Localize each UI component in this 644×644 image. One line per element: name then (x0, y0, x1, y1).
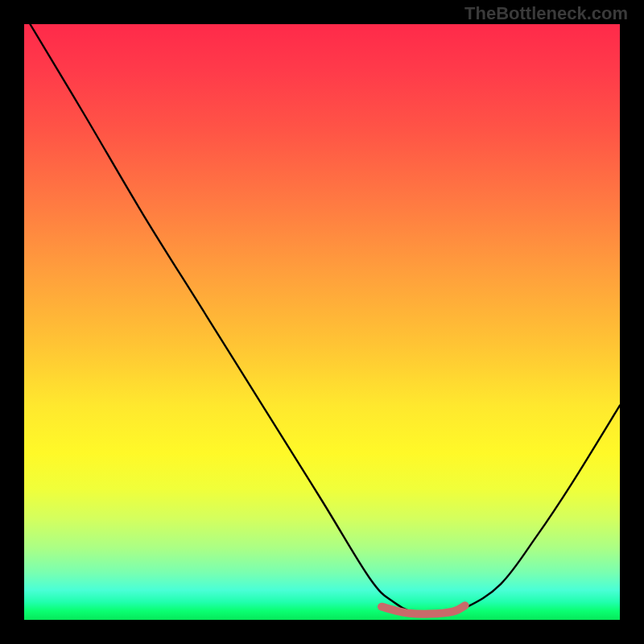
watermark-text: TheBottleneck.com (464, 3, 628, 24)
curves-svg (24, 24, 620, 620)
bottom-marker-path (382, 605, 465, 613)
plot-area (24, 24, 620, 620)
chart-container: TheBottleneck.com (0, 0, 644, 644)
bottleneck-curve-path (30, 24, 620, 615)
